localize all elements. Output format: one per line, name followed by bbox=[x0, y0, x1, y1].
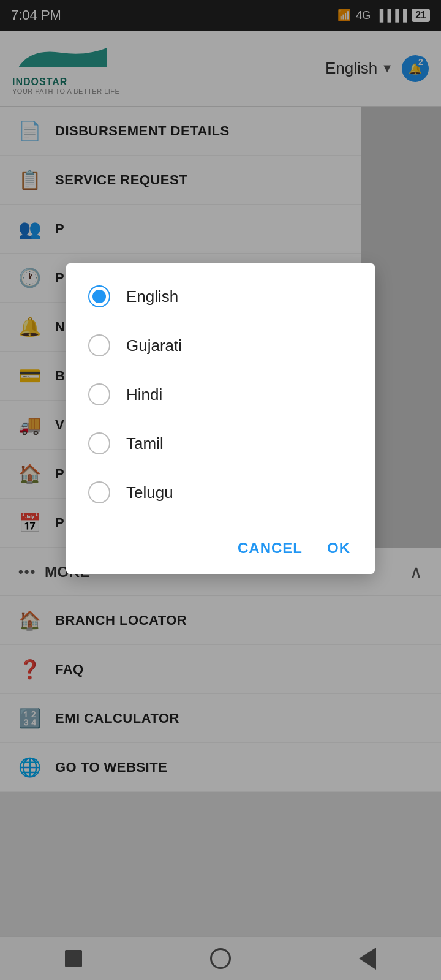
radio-english[interactable] bbox=[88, 285, 110, 307]
option-english-label: English bbox=[126, 287, 178, 306]
radio-tamil[interactable] bbox=[88, 432, 110, 454]
dialog-actions: CANCEL OK bbox=[66, 522, 375, 574]
option-gujarati[interactable]: Gujarati bbox=[66, 321, 375, 370]
ok-button[interactable]: OK bbox=[321, 537, 356, 559]
radio-telugu[interactable] bbox=[88, 481, 110, 503]
option-tamil-label: Tamil bbox=[126, 434, 164, 453]
option-telugu-label: Telugu bbox=[126, 483, 173, 502]
radio-gujarati[interactable] bbox=[88, 334, 110, 356]
option-hindi-label: Hindi bbox=[126, 385, 162, 404]
dialog-options-list: English Gujarati Hindi Tamil Telugu bbox=[66, 263, 375, 517]
radio-english-inner bbox=[92, 290, 106, 303]
radio-hindi[interactable] bbox=[88, 383, 110, 405]
language-dialog: English Gujarati Hindi Tamil Telugu CANC… bbox=[66, 263, 375, 574]
option-telugu[interactable]: Telugu bbox=[66, 468, 375, 517]
option-gujarati-label: Gujarati bbox=[126, 336, 182, 355]
option-hindi[interactable]: Hindi bbox=[66, 370, 375, 419]
option-english[interactable]: English bbox=[66, 272, 375, 321]
cancel-button[interactable]: CANCEL bbox=[232, 537, 309, 559]
option-tamil[interactable]: Tamil bbox=[66, 419, 375, 468]
